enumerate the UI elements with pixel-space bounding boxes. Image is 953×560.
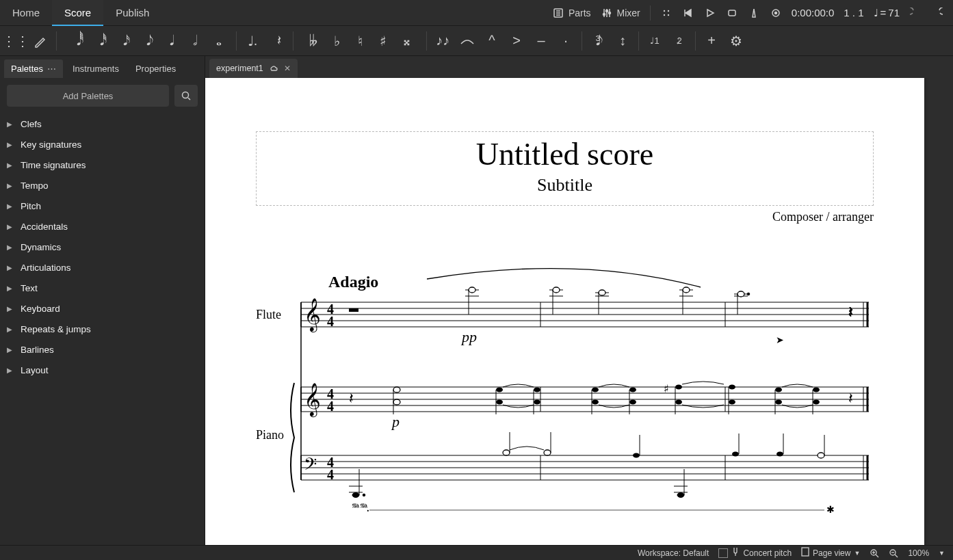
note-half-button[interactable]: 𝅗𝅥 [183, 31, 203, 51]
close-tab-button[interactable]: ✕ [284, 64, 291, 73]
parts-button[interactable]: Parts [552, 7, 591, 19]
file-tab-experiment1[interactable]: experiment1 ✕ [209, 59, 298, 78]
flat-button[interactable]: ♭ [326, 31, 347, 51]
svg-text:4: 4 [327, 467, 334, 482]
publish-tab[interactable]: Publish [103, 0, 161, 26]
undo-button[interactable] [909, 7, 922, 19]
accent-button[interactable]: > [506, 31, 527, 51]
toolbar-grip-icon[interactable]: ⋮⋮ [5, 31, 26, 51]
palette-search-button[interactable] [174, 85, 198, 107]
double-flat-button[interactable]: 𝄫 [303, 31, 324, 51]
svg-point-75 [496, 388, 503, 392]
dynamic-pp[interactable]: pp [460, 328, 477, 345]
grip-icon[interactable] [660, 7, 673, 19]
pedal-marking[interactable]: 𝆮𝆮. [350, 501, 370, 514]
instrument-flute-label[interactable]: Flute [256, 308, 281, 321]
instrument-piano-label[interactable]: Piano [256, 428, 284, 442]
playback-settings-button[interactable] [770, 7, 782, 19]
score-subtitle[interactable]: Subtitle [257, 175, 873, 196]
svg-point-19 [774, 12, 776, 14]
sharp-button[interactable]: ♯ [373, 31, 393, 51]
tuplet-button[interactable]: 𝅘𝅥𝅮³ [588, 31, 608, 51]
palette-key-signatures[interactable]: ▶Key signatures [7, 134, 198, 155]
composer-text[interactable]: Composer / arranger [205, 210, 874, 224]
redo-button[interactable] [931, 7, 943, 19]
svg-point-98 [813, 400, 820, 405]
music-system[interactable]: Adagio Flute Piano [256, 267, 874, 529]
svg-point-8 [605, 10, 608, 12]
toolbar-settings-button[interactable]: ⚙ [726, 31, 746, 51]
add-button[interactable]: + [701, 31, 722, 51]
palette-list: ▶Clefs ▶Key signatures ▶Time signatures … [0, 114, 205, 380]
tempo-marking[interactable]: Adagio [328, 273, 378, 291]
voice-2-button[interactable]: 𝅗𝅥2 [669, 31, 690, 51]
rewind-button[interactable] [682, 7, 694, 19]
chevron-down-icon[interactable]: ▼ [939, 550, 945, 557]
metronome-button[interactable] [748, 7, 760, 19]
svg-point-121 [544, 450, 551, 455]
note-8th-button[interactable]: 𝅘𝅥𝅮 [136, 31, 157, 51]
marcato-button[interactable]: ^ [482, 31, 502, 51]
tie-button[interactable]: ♪♪ [432, 31, 453, 51]
staccato-button[interactable]: · [556, 31, 576, 51]
workspace-label[interactable]: Workspace: Default [638, 548, 709, 558]
score-title[interactable]: Untitled score [257, 136, 873, 172]
add-palettes-button[interactable]: Add Palettes [7, 85, 169, 107]
mixer-button[interactable]: Mixer [601, 7, 640, 19]
palette-time-signatures[interactable]: ▶Time signatures [7, 155, 198, 175]
palette-layout[interactable]: ▶Layout [7, 360, 198, 380]
svg-point-73 [393, 399, 400, 405]
svg-text:4: 4 [327, 399, 334, 414]
svg-rect-35 [349, 308, 358, 312]
note-64th-button[interactable]: 𝅘𝅥𝅱 [66, 31, 87, 51]
note-16th-button[interactable]: 𝅘𝅥𝅯 [113, 31, 133, 51]
palette-accidentals[interactable]: ▶Accidentals [7, 216, 198, 237]
play-button[interactable] [704, 7, 716, 19]
double-sharp-button[interactable]: 𝄪 [396, 31, 417, 51]
palette-articulations[interactable]: ▶Articulations [7, 257, 198, 278]
palette-clefs[interactable]: ▶Clefs [7, 114, 198, 134]
palette-tempo[interactable]: ▶Tempo [7, 175, 198, 196]
palettes-menu-icon[interactable]: ⋯ [47, 64, 56, 74]
zoom-in-button[interactable] [870, 548, 879, 558]
title-frame[interactable]: Untitled score Subtitle [256, 131, 874, 206]
palette-repeats-jumps[interactable]: ▶Repeats & jumps [7, 319, 198, 339]
score-tab[interactable]: Score [52, 0, 103, 26]
rest-button[interactable]: 𝄽 [267, 31, 287, 51]
svg-point-11 [668, 10, 669, 11]
instruments-tab[interactable]: Instruments [66, 59, 126, 78]
svg-rect-138 [802, 548, 809, 556]
zoom-out-button[interactable] [889, 548, 898, 558]
tenuto-button[interactable]: – [531, 31, 551, 51]
slur-button[interactable] [457, 31, 478, 51]
zoom-value[interactable]: 100% [908, 548, 929, 558]
note-32nd-button[interactable]: 𝅘𝅥𝅰 [90, 31, 110, 51]
home-tab[interactable]: Home [0, 0, 52, 26]
svg-marker-14 [686, 10, 691, 16]
natural-button[interactable]: ♮ [350, 31, 370, 51]
palette-keyboard[interactable]: ▶Keyboard [7, 298, 198, 319]
concert-pitch-toggle[interactable]: Concert pitch [718, 547, 792, 559]
palette-dynamics[interactable]: ▶Dynamics [7, 237, 198, 257]
svg-marker-16 [707, 10, 714, 16]
properties-tab[interactable]: Properties [129, 59, 183, 78]
loop-button[interactable] [726, 7, 738, 19]
parts-icon [552, 7, 564, 19]
voice-1-button[interactable]: ♩1 [644, 31, 665, 51]
palette-barlines[interactable]: ▶Barlines [7, 339, 198, 360]
palette-pitch[interactable]: ▶Pitch [7, 196, 198, 216]
dynamic-p[interactable]: p [391, 413, 400, 430]
svg-point-7 [603, 13, 605, 15]
svg-point-76 [496, 400, 503, 405]
flip-stem-button[interactable]: ↕ [612, 31, 633, 51]
svg-point-42 [553, 287, 560, 293]
page-view-dropdown[interactable]: Page view ▼ [801, 547, 860, 559]
edit-mode-button[interactable] [30, 31, 51, 51]
dot-button[interactable]: ♩. [242, 31, 263, 51]
palette-text[interactable]: ▶Text [7, 278, 198, 298]
palettes-tab[interactable]: Palettes⋯ [4, 59, 63, 78]
note-quarter-button[interactable]: 𝅘𝅥 [159, 31, 180, 51]
note-whole-button[interactable]: 𝅝 [206, 31, 226, 51]
tempo-value[interactable]: 71 [888, 7, 900, 18]
score-page[interactable]: Untitled score Subtitle Composer / arran… [205, 78, 924, 545]
